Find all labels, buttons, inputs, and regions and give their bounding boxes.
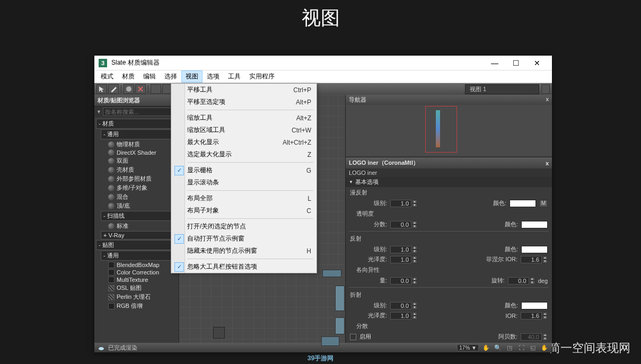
tree-item-顶/底[interactable]: 顶/底 bbox=[94, 201, 179, 210]
tree-item-外部参照材质[interactable]: 外部参照材质 bbox=[94, 174, 179, 183]
zoom-selected-tool[interactable]: ◱ bbox=[529, 344, 537, 351]
reflect-color-swatch[interactable] bbox=[521, 246, 548, 253]
menu-模式[interactable]: 模式 bbox=[96, 70, 118, 83]
diffuse-level-spinner[interactable]: 1.0▲▼ bbox=[390, 200, 417, 207]
graph-tool[interactable] bbox=[213, 327, 225, 339]
menu-item-缩放工具[interactable]: 缩放工具Alt+Z bbox=[171, 112, 317, 124]
maximize-button[interactable]: ☐ bbox=[505, 57, 526, 69]
menu-编辑[interactable]: 编辑 bbox=[139, 70, 160, 83]
browser-title: 材质/贴图浏览器 bbox=[94, 95, 179, 106]
menu-item-布局子对象[interactable]: 布局子对象C bbox=[171, 205, 317, 217]
tree-item-OSL 贴图[interactable]: OSL 贴图 bbox=[94, 283, 179, 292]
aniso-amount-spinner[interactable]: 0.0▲▼ bbox=[390, 277, 417, 285]
tree-vray[interactable]: + V-Ray bbox=[101, 231, 177, 239]
navigator-content bbox=[436, 110, 440, 147]
menu-item-忽略大工具栏按钮首选项[interactable]: ✓忽略大工具栏按钮首选项 bbox=[171, 261, 317, 273]
menu-材质[interactable]: 材质 bbox=[118, 70, 139, 83]
menu-item-选定最大化显示[interactable]: 选定最大化显示Z bbox=[171, 148, 317, 161]
tree-materials[interactable]: - 材质 bbox=[96, 119, 177, 129]
pan-tool[interactable]: ✋ bbox=[482, 344, 490, 351]
menu-item-显示滚动条[interactable]: 显示滚动条 bbox=[171, 176, 317, 189]
tool-move[interactable] bbox=[151, 84, 161, 94]
navigator-viewport-rect[interactable] bbox=[425, 106, 457, 153]
tree-item-双面[interactable]: 双面 bbox=[94, 156, 179, 165]
graph-node[interactable] bbox=[335, 286, 345, 311]
zoom-tool[interactable]: 🔍 bbox=[494, 344, 502, 351]
menu-实用程序[interactable]: 实用程序 bbox=[245, 70, 279, 83]
reflect-level-spinner[interactable]: 1.0▲▼ bbox=[390, 246, 417, 253]
shortcut-label: Ctrl+W bbox=[292, 127, 311, 134]
opacity-spinner[interactable]: 0.0▲▼ bbox=[390, 221, 417, 228]
zoom-extents-tool[interactable]: ⛶ bbox=[517, 344, 525, 351]
tree-maps-general[interactable]: - 通用 bbox=[101, 251, 177, 261]
tree-item-混合[interactable]: 混合 bbox=[94, 192, 179, 201]
tree-item-BlendedBoxMap[interactable]: BlendedBoxMap bbox=[94, 261, 179, 269]
view-dropdown-arrow[interactable] bbox=[541, 84, 550, 94]
menu-item-缩放区域工具[interactable]: 缩放区域工具Ctrl+W bbox=[171, 124, 317, 136]
props-close[interactable]: x bbox=[546, 160, 549, 166]
menu-item-最大化显示[interactable]: 最大化显示Alt+Ctrl+Z bbox=[171, 136, 317, 148]
enable-checkbox[interactable] bbox=[350, 334, 356, 340]
menu-item-布局全部[interactable]: 布局全部L bbox=[171, 192, 317, 205]
tool-assign[interactable] bbox=[124, 84, 134, 94]
graph-node[interactable] bbox=[322, 270, 341, 277]
tool-delete[interactable] bbox=[135, 84, 146, 94]
rollout-header[interactable]: ▼ 基本选项 bbox=[346, 177, 552, 187]
menu-视图[interactable]: 视图 bbox=[181, 70, 203, 83]
navigator-close[interactable]: x bbox=[546, 96, 549, 104]
menu-item-显示栅格[interactable]: ✓显示栅格G bbox=[171, 164, 317, 176]
tree-item-Perlin 大理石[interactable]: Perlin 大理石 bbox=[94, 292, 179, 301]
tool-cursor[interactable] bbox=[96, 84, 107, 94]
view-selector[interactable]: 视图 1 bbox=[465, 84, 539, 94]
menu-item-自动打开节点示例窗[interactable]: ✓自动打开节点示例窗 bbox=[171, 233, 317, 245]
refract-gloss-spinner[interactable]: 1.0▲▼ bbox=[390, 312, 417, 319]
tree-item-壳材质[interactable]: 壳材质 bbox=[94, 165, 179, 174]
refract-level-spinner[interactable]: 0.0▲▼ bbox=[390, 302, 417, 309]
tree-maps[interactable]: - 贴图 bbox=[96, 240, 177, 250]
menu-item-平移至选定项[interactable]: 平移至选定项Alt+P bbox=[171, 96, 317, 108]
search-input[interactable] bbox=[103, 108, 180, 116]
shortcut-label: Alt+Z bbox=[296, 114, 311, 122]
refract-color-swatch[interactable] bbox=[521, 302, 548, 309]
tree-item-物理材质[interactable]: 物理材质 bbox=[94, 140, 179, 149]
menu-separator bbox=[187, 259, 313, 259]
graph-node[interactable] bbox=[335, 317, 345, 334]
pan-selected-tool[interactable]: ✋ bbox=[540, 344, 549, 351]
tool-pick[interactable] bbox=[108, 84, 119, 94]
abbe-spinner[interactable]: 40.0▲▼ bbox=[521, 333, 548, 341]
tree-item-多维/子对象[interactable]: 多维/子对象 bbox=[94, 183, 179, 192]
refract-ior-spinner[interactable]: 1.6▲▼ bbox=[521, 312, 548, 319]
tree-item-MultiTexture[interactable]: MultiTexture bbox=[94, 276, 179, 283]
reflect-gloss-spinner[interactable]: 1.0▲▼ bbox=[390, 256, 417, 263]
tree-item-标准[interactable]: 标准 bbox=[94, 221, 179, 230]
material-ball-icon bbox=[108, 223, 115, 229]
minimize-button[interactable]: — bbox=[484, 57, 505, 69]
fresnel-ior-spinner[interactable]: 1.6▲▼ bbox=[521, 256, 548, 263]
tree-item-RGB 倍增[interactable]: RGB 倍增 bbox=[94, 301, 179, 310]
menu-选项[interactable]: 选项 bbox=[203, 70, 224, 83]
tree-general[interactable]: - 通用 bbox=[101, 129, 177, 139]
menu-选择[interactable]: 选择 bbox=[160, 70, 181, 83]
menu-item-平移工具[interactable]: 平移工具Ctrl+P bbox=[171, 84, 317, 96]
graph-node[interactable] bbox=[321, 336, 339, 346]
diffuse-color-swatch[interactable] bbox=[510, 200, 536, 207]
menu-item-打开/关闭选定的节点[interactable]: 打开/关闭选定的节点 bbox=[171, 220, 317, 233]
svg-point-1 bbox=[99, 347, 104, 350]
watermark-bottom: 39手游网 bbox=[308, 354, 333, 363]
zoom-region-tool[interactable]: ◳ bbox=[505, 344, 514, 351]
search-expand-icon[interactable]: ▼ bbox=[96, 109, 101, 114]
color-label: 颜色: bbox=[481, 220, 518, 228]
close-button[interactable]: ✕ bbox=[526, 57, 548, 69]
tree-scanline[interactable]: - 扫描线 bbox=[101, 211, 177, 221]
navigator-view[interactable] bbox=[346, 105, 552, 156]
aniso-rot-spinner[interactable]: 0.0▲▼ bbox=[508, 277, 535, 285]
separator bbox=[349, 231, 549, 232]
tree-item-DirectX Shader[interactable]: DirectX Shader bbox=[94, 149, 179, 156]
opacity-color-swatch[interactable] bbox=[521, 221, 548, 228]
map-button[interactable]: M bbox=[539, 200, 548, 207]
tree-item-Color Correction[interactable]: Color Correction bbox=[94, 269, 179, 276]
zoom-selector[interactable]: 17% ▼ bbox=[457, 344, 479, 351]
menu-item-隐藏未使用的节点示例窗[interactable]: 隐藏未使用的节点示例窗H bbox=[171, 245, 317, 257]
shortcut-label: Ctrl+P bbox=[293, 86, 311, 94]
menu-工具[interactable]: 工具 bbox=[224, 70, 245, 83]
